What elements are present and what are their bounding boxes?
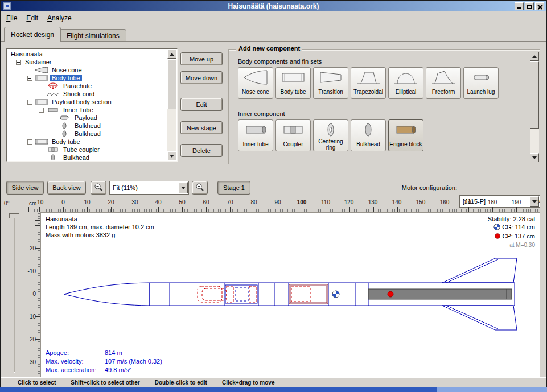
stage-1-toggle[interactable]: Stage 1 xyxy=(217,181,250,195)
tree-scrollbar[interactable] xyxy=(167,49,176,160)
add-coupler-button[interactable]: Coupler xyxy=(275,119,311,151)
add-freeform-fin-button[interactable]: Freeform xyxy=(426,67,461,99)
tab-strip-line xyxy=(1,41,546,42)
add-engine-block-button[interactable]: Engine block xyxy=(388,119,423,151)
back-view-button[interactable]: Back view xyxy=(47,181,86,195)
launch-lug-icon xyxy=(468,68,493,86)
max-velocity-value: 107 m/s (Mach 0.32) xyxy=(105,358,162,365)
nose-cone-icon xyxy=(35,67,50,73)
move-down-button[interactable]: Move down xyxy=(180,71,223,84)
ruler-label: 140 xyxy=(392,199,402,205)
max-acceleration-value: 49.8 m/s² xyxy=(105,366,131,373)
menu-file[interactable]: File xyxy=(2,13,22,23)
tree-item-rocket[interactable]: Haisunäätä xyxy=(8,50,167,58)
tab-rocket-design[interactable]: Rocket design xyxy=(4,27,61,42)
scroll-up-button[interactable] xyxy=(167,49,176,59)
tree-item-body-tube-2[interactable]: Body tube xyxy=(8,138,167,146)
edit-button[interactable]: Edit xyxy=(180,98,223,111)
add-centering-ring-button[interactable]: Centering ring xyxy=(313,119,348,151)
new-stage-button[interactable]: New stage xyxy=(180,121,223,134)
add-body-tube-button[interactable]: Body tube xyxy=(275,67,311,99)
add-nose-cone-button[interactable]: Nose cone xyxy=(238,67,273,99)
tree-item-payload[interactable]: Payload xyxy=(8,114,167,122)
rotation-slider-handle[interactable] xyxy=(9,213,19,218)
tree-item-tube-coupler[interactable]: Tube coupler xyxy=(8,146,167,154)
zoom-in-button[interactable] xyxy=(192,181,208,195)
maximize-button[interactable] xyxy=(525,2,534,10)
ruler-label: 110 xyxy=(321,199,330,205)
trapezoidal-fin-icon xyxy=(356,68,381,86)
fin-top-shape[interactable] xyxy=(442,258,517,283)
delete-button[interactable]: Delete xyxy=(180,144,223,157)
scroll-down-button[interactable] xyxy=(167,151,176,160)
chevron-down-icon xyxy=(181,187,186,192)
dropdown-arrow-button[interactable] xyxy=(179,182,188,193)
expander-icon[interactable] xyxy=(27,76,35,81)
tree-item-sustainer[interactable]: Sustainer xyxy=(8,58,167,66)
hint-click-drag: Click+drag to move xyxy=(222,379,275,386)
bulkhead-shape[interactable] xyxy=(249,286,256,302)
add-panel-scrollbar[interactable] xyxy=(530,52,539,162)
menu-analyze[interactable]: Analyze xyxy=(43,13,76,23)
hint-double-click: Double-click to edit xyxy=(155,379,207,386)
tree-item-bulkhead-2[interactable]: Bulkhead xyxy=(8,130,167,138)
tree-item-bulkhead-1[interactable]: Bulkhead xyxy=(8,122,167,130)
tab-flight-simulations[interactable]: Flight simulations xyxy=(60,29,126,42)
add-elliptical-fin-button[interactable]: Elliptical xyxy=(388,67,423,99)
expander-icon[interactable] xyxy=(27,100,35,105)
rocket-info-block: Haisunäätä Length 189 cm, max. diameter … xyxy=(46,215,154,239)
tree-item-payload-body-section[interactable]: Payload body section xyxy=(8,98,167,106)
rocket-canvas[interactable]: Haisunäätä Length 189 cm, max. diameter … xyxy=(40,212,540,377)
scroll-up-button[interactable] xyxy=(530,52,539,61)
minimize-button[interactable] xyxy=(515,2,524,10)
payload-inner-tube-shape[interactable] xyxy=(225,285,257,303)
tree-item-body-tube[interactable]: Body tube xyxy=(8,74,167,82)
ruler-label: 80 xyxy=(250,199,257,205)
rotation-slider-track[interactable] xyxy=(14,216,15,373)
add-launch-lug-button[interactable]: Launch lug xyxy=(463,67,499,99)
menu-edit[interactable]: Edit xyxy=(22,13,43,23)
body-tube-icon xyxy=(35,138,50,145)
maximize-icon xyxy=(527,5,532,9)
tree-item-bulkhead-3[interactable]: Bulkhead xyxy=(8,154,167,160)
max-velocity-label: Max. velocity: xyxy=(46,357,105,366)
zoom-level-select[interactable]: Fit (11%) xyxy=(109,181,189,195)
bulkhead-shape[interactable] xyxy=(227,286,233,302)
ruler-label: 150 xyxy=(416,199,426,205)
tree-item-nose-cone[interactable]: Nose cone xyxy=(8,66,167,74)
stability-value: Stability: 2.28 cal xyxy=(488,215,535,223)
move-up-button[interactable]: Move up xyxy=(180,52,223,65)
add-transition-button[interactable]: Transition xyxy=(313,67,348,99)
expander-icon[interactable] xyxy=(16,60,23,65)
fin-bottom-shape[interactable] xyxy=(442,306,517,330)
tube-coupler-shape[interactable] xyxy=(289,284,328,304)
expander-icon[interactable] xyxy=(39,108,46,113)
add-component-title: Add new component xyxy=(236,45,302,52)
ruler-label: 190 xyxy=(512,199,521,205)
engine-block-icon xyxy=(393,121,418,139)
payload-shape[interactable] xyxy=(236,287,248,301)
tree-item-inner-tube[interactable]: Inner Tube xyxy=(8,106,167,114)
tree-item-shock-cord[interactable]: Shock cord xyxy=(8,90,167,98)
nose-cone-shape[interactable] xyxy=(64,283,149,306)
add-trapezoidal-fin-button[interactable]: Trapezoidal xyxy=(351,67,386,99)
cg-legend-icon xyxy=(493,224,500,232)
add-bulkhead-button[interactable]: Bulkhead xyxy=(351,119,386,151)
add-inner-tube-button[interactable]: Inner tube xyxy=(238,119,273,151)
rotation-angle-label: 0° xyxy=(4,200,10,207)
scroll-down-button[interactable] xyxy=(530,153,539,162)
side-view-button[interactable]: Side view xyxy=(6,181,44,195)
bulkhead-shape[interactable] xyxy=(291,287,310,302)
coupler-icon xyxy=(281,121,306,139)
close-button[interactable] xyxy=(535,2,544,10)
scrollbar-thumb[interactable] xyxy=(530,61,539,129)
app-window: Haisunäätä (haisunaata.ork) File Edit An… xyxy=(0,0,547,387)
scrollbar-thumb[interactable] xyxy=(167,59,176,109)
tree-item-parachute[interactable]: Parachute xyxy=(8,82,167,90)
zoom-out-button[interactable] xyxy=(91,181,106,195)
shock-cord-shape[interactable] xyxy=(202,288,227,300)
expander-icon[interactable] xyxy=(27,139,35,145)
title-bar[interactable]: Haisunäätä (haisunaata.ork) xyxy=(1,1,546,11)
ruler-ticks xyxy=(28,207,540,212)
parachute-icon xyxy=(46,82,61,89)
